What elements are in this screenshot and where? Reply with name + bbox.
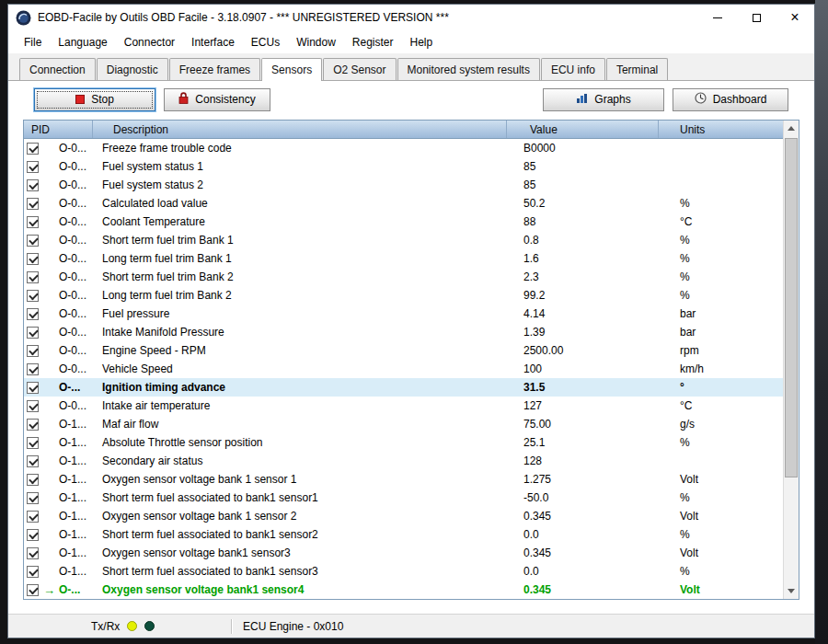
pid-cell: O-0... [24, 178, 93, 191]
row-checkbox[interactable] [27, 216, 39, 228]
table-row[interactable]: O-...Ignition timing advance31.5° [24, 378, 783, 397]
pid-cell: O-1... [24, 491, 93, 504]
row-checkbox[interactable] [27, 566, 39, 578]
pid-text: O-1... [59, 473, 86, 486]
tab-freeze-frames[interactable]: Freeze frames [169, 58, 260, 80]
close-button[interactable]: × [776, 5, 814, 30]
vertical-scrollbar[interactable] [783, 121, 799, 599]
row-checkbox[interactable] [27, 437, 39, 449]
column-header-units[interactable]: Units [659, 121, 783, 138]
row-checkbox[interactable] [27, 455, 39, 467]
table-row[interactable]: O-0...Short term fuel trim Bank 10.8% [24, 231, 783, 249]
tab-sensors[interactable]: Sensors [261, 58, 322, 81]
menu-item-window[interactable]: Window [288, 32, 344, 52]
row-checkbox[interactable] [27, 419, 39, 431]
row-checkbox[interactable] [27, 290, 39, 302]
table-row[interactable]: O-1...Secondary air status128 [24, 452, 783, 470]
table-row[interactable]: O-1...Absolute Throttle sensor position2… [24, 433, 783, 452]
description-cell: Short term fuel associated to bank1 sens… [93, 565, 507, 578]
pid-cell: O-0... [24, 142, 93, 155]
column-header-pid[interactable]: PID [24, 121, 93, 138]
tab-connection[interactable]: Connection [19, 58, 96, 80]
row-checkbox[interactable] [27, 253, 39, 265]
pid-text: O-1... [59, 436, 86, 449]
row-checkbox[interactable] [27, 529, 39, 541]
row-checkbox[interactable] [27, 327, 39, 339]
scroll-down-button[interactable] [784, 583, 799, 599]
row-checkbox[interactable] [27, 143, 39, 155]
row-checkbox[interactable] [27, 584, 39, 596]
tab-terminal[interactable]: Terminal [606, 58, 668, 80]
row-checkbox[interactable] [27, 198, 39, 210]
description-cell: Engine Speed - RPM [93, 344, 507, 357]
menu-item-help[interactable]: Help [402, 32, 442, 52]
dashboard-button[interactable]: Dashboard [673, 88, 788, 111]
table-row[interactable]: →O-...Oxygen sensor voltage bank1 sensor… [24, 581, 783, 599]
value-cell: 25.1 [507, 436, 659, 449]
row-checkbox[interactable] [27, 547, 39, 559]
graphs-button[interactable]: Graphs [543, 88, 664, 111]
row-checkbox[interactable] [27, 382, 39, 394]
row-checkbox[interactable] [27, 161, 39, 173]
row-checkbox[interactable] [27, 492, 39, 504]
menu-item-language[interactable]: Language [50, 32, 115, 52]
pid-cell: O-1... [24, 473, 93, 486]
menu-item-interface[interactable]: Interface [183, 32, 243, 52]
column-header-description[interactable]: Description [93, 121, 507, 138]
scrollbar-thumb[interactable] [785, 138, 798, 477]
column-header-value[interactable]: Value [507, 121, 659, 138]
table-row[interactable]: O-0...Freeze frame trouble codeB0000 [24, 139, 783, 157]
menu-item-register[interactable]: Register [344, 32, 402, 52]
table-row[interactable]: O-1...Oxygen sensor voltage bank 1 senso… [24, 507, 783, 525]
lock-icon [178, 92, 189, 107]
table-row[interactable]: O-0...Calculated load value50.2% [24, 194, 783, 213]
scroll-up-button[interactable] [784, 121, 799, 136]
table-row[interactable]: O-0...Short term fuel trim Bank 22.3% [24, 268, 783, 286]
stop-button[interactable]: Stop [34, 88, 155, 111]
table-row[interactable]: O-1...Short term fuel associated to bank… [24, 489, 783, 507]
row-checkbox[interactable] [27, 345, 39, 357]
table-row[interactable]: O-1...Oxygen sensor voltage bank 1 senso… [24, 470, 783, 489]
table-row[interactable]: O-1...Short term fuel associated to bank… [24, 562, 783, 581]
table-row[interactable]: O-0...Long term fuel trim Bank 11.6% [24, 249, 783, 268]
table-row[interactable]: O-0...Fuel system status 185 [24, 157, 783, 176]
table-row[interactable]: O-0...Fuel pressure4.14bar [24, 305, 783, 323]
row-checkbox[interactable] [27, 179, 39, 191]
table-row[interactable]: O-0...Long term fuel trim Bank 299.2% [24, 286, 783, 305]
row-checkbox[interactable] [27, 400, 39, 412]
menu-item-file[interactable]: File [16, 32, 50, 52]
description-cell: Short term fuel trim Bank 1 [93, 234, 507, 247]
consistency-button[interactable]: Consistency [164, 88, 270, 111]
table-row[interactable]: O-0...Intake Manifold Pressure1.39bar [24, 323, 783, 341]
tab-o2-sensor[interactable]: O2 Sensor [323, 58, 396, 80]
table-row[interactable]: O-0...Intake air temperature127°C [24, 397, 783, 415]
table-row[interactable]: O-1...Oxygen sensor voltage bank1 sensor… [24, 544, 783, 562]
row-checkbox[interactable] [27, 474, 39, 486]
table-row[interactable]: O-0...Vehicle Speed100km/h [24, 360, 783, 378]
row-checkbox[interactable] [27, 235, 39, 247]
units-cell: g/s [659, 418, 783, 431]
tab-monitored-system-results[interactable]: Monitored system results [397, 58, 540, 80]
table-row[interactable]: O-1...Short term fuel associated to bank… [24, 525, 783, 544]
scrollbar-track[interactable] [784, 136, 799, 583]
table-row[interactable]: O-0...Fuel system status 285 [24, 176, 783, 194]
value-cell: 0.345 [507, 583, 659, 596]
pid-cell: O-0... [24, 307, 93, 320]
row-checkbox[interactable] [27, 363, 39, 375]
value-cell: 0.345 [507, 546, 659, 559]
row-checkbox[interactable] [27, 308, 39, 320]
table-row[interactable]: O-1...Maf air flow75.00g/s [24, 415, 783, 433]
menu-item-connector[interactable]: Connector [116, 32, 183, 52]
table-row[interactable]: O-0...Engine Speed - RPM2500.00rpm [24, 341, 783, 360]
row-checkbox[interactable] [27, 271, 39, 283]
table-row[interactable]: O-0...Coolant Temperature88°C [24, 213, 783, 231]
tab-ecu-info[interactable]: ECU info [541, 58, 605, 80]
minimize-button[interactable] [698, 5, 737, 30]
pid-cell: O-1... [24, 436, 93, 449]
menu-item-ecus[interactable]: ECUs [243, 32, 288, 52]
value-cell: 2.3 [507, 270, 659, 283]
pid-text: O-0... [59, 197, 86, 210]
maximize-button[interactable] [737, 5, 776, 30]
row-checkbox[interactable] [27, 511, 39, 523]
tab-diagnostic[interactable]: Diagnostic [97, 58, 168, 80]
